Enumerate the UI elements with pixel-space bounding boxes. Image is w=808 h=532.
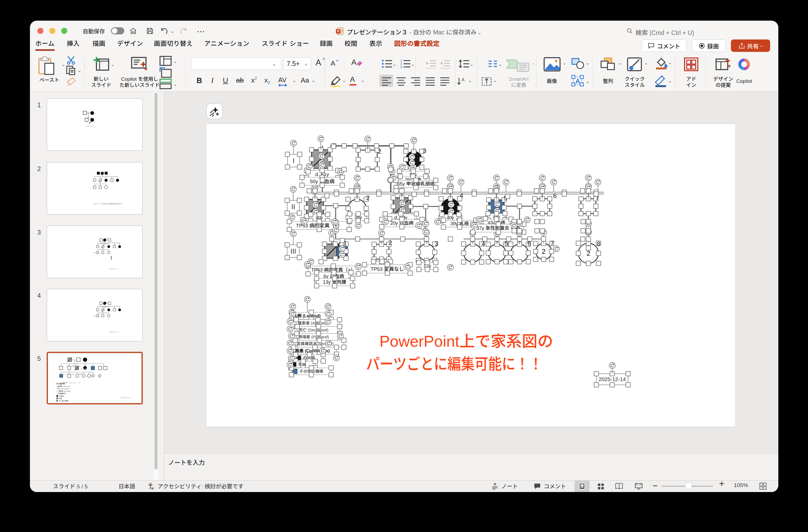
svg-text:8: 8 — [597, 240, 600, 247]
svg-text:白血病: 白血病 — [59, 395, 63, 397]
svg-text:4: 4 — [460, 192, 463, 199]
svg-text:A: A — [575, 78, 580, 85]
svg-text:7: 7 — [551, 240, 554, 247]
svg-text:● 罹患者 (Affected): ● 罹患者 (Affected) — [56, 386, 70, 387]
svg-text:2025-12-14: 2025-12-14 — [599, 376, 626, 382]
svg-text:乳癌: 乳癌 — [59, 398, 62, 399]
svg-text:P: P — [337, 30, 339, 33]
svg-text:II: II — [291, 203, 295, 211]
svg-text:3: 3 — [423, 147, 426, 154]
svg-text:2: 2 — [378, 148, 381, 155]
svg-text:2: 2 — [388, 239, 392, 246]
svg-text:2: 2 — [542, 247, 546, 255]
svg-text:死亡 (Deceased): 死亡 (Deceased) — [299, 328, 329, 332]
svg-text:II: II — [93, 179, 93, 181]
svg-text:III: III — [290, 247, 296, 255]
svg-text:I: I — [95, 173, 96, 174]
svg-text:発端者 (Proband): 発端者 (Proband) — [298, 335, 329, 339]
svg-text:A: A — [461, 77, 465, 82]
svg-text:I: I — [292, 157, 294, 165]
svg-text:3: 3 — [400, 65, 402, 69]
svg-text:3: 3 — [435, 240, 438, 247]
svg-text:/ 死亡 (Deceased): / 死亡 (Deceased) — [56, 388, 69, 390]
svg-text:↗ 発端者 (Proband): ↗ 発端者 (Proband) — [56, 390, 71, 392]
svg-text:罹患者 (Affected): 罹患者 (Affected) — [298, 321, 328, 325]
svg-text:✓ 変異確認済: ✓ 変異確認済 — [56, 393, 66, 394]
svg-text:■ Legend: ■ Legend — [56, 383, 65, 385]
svg-text:2: 2 — [366, 194, 370, 202]
svg-text:6: 6 — [553, 192, 556, 199]
svg-text:その他の腫瘍: その他の腫瘍 — [59, 400, 68, 402]
svg-text:2025-12-14: 2025-12-14 — [86, 125, 95, 127]
